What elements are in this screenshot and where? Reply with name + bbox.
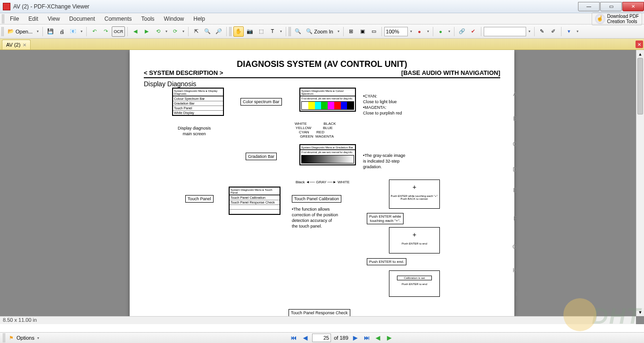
title-bar: AV (2) - PDF-XChange Viewer — ▭ ✕ [0, 0, 644, 13]
search-field[interactable] [484, 27, 526, 36]
link-button[interactable]: 🔗 [457, 26, 467, 37]
color-menu-box: System Diagnostic Menu ▸ Colour Spectrum… [299, 88, 356, 112]
open-dropdown[interactable]: ▾ [35, 29, 40, 33]
doc-h3: Display Diagnosis [144, 80, 500, 88]
doc-right-sub: [BASE AUDIO WITH NAVIGATION] [401, 69, 500, 76]
menu-edit[interactable]: Edit [24, 14, 43, 24]
index-letter: I [515, 290, 517, 297]
gradation-bar [301, 155, 354, 163]
pdf-page: DIAGNOSIS SYSTEM (AV CONTROL UNIT) < SYS… [130, 50, 514, 324]
horizontal-scrollbar[interactable]: 8.50 x 11.00 in [0, 316, 636, 324]
cal-box-2: + Push ENTER to end [389, 227, 440, 253]
color-desc: •CYAN: Close to light blue •MAGENTA: Clo… [363, 93, 402, 116]
page-size-label: 8.50 x 11.00 in [3, 317, 37, 323]
redo-button[interactable]: ↷ [100, 26, 111, 37]
options-dropdown[interactable]: ▾ [37, 336, 39, 340]
toolbar: 📂 Open... ▾ 💾 🖨 📧 ▾ ↶ ↷ OCR ◀ ▶ ⟲ ▾ ⟳ ▾ … [0, 24, 644, 39]
first-page-button[interactable]: ⏮ [289, 334, 298, 342]
main-menu-caption: Display diagnosis main screen [178, 125, 211, 137]
tab-close-icon[interactable]: ✕ [23, 42, 26, 48]
page-number-input[interactable] [312, 334, 331, 342]
minimize-button[interactable]: — [578, 2, 600, 11]
doc-title: DIAGNOSIS SYSTEM (AV CONTROL UNIT) [144, 59, 500, 69]
index-letter: B [513, 115, 517, 122]
tab-label: AV (2) [6, 42, 20, 48]
vertical-scrollbar[interactable]: ▲ ▼ [636, 50, 644, 316]
save-button[interactable]: 💾 [45, 26, 56, 37]
maximize-button[interactable]: ▭ [600, 2, 622, 11]
index-letter: A [513, 90, 517, 98]
check-button[interactable]: ✔ [468, 26, 479, 37]
calib-desc: •The function allows correction of the p… [292, 206, 338, 229]
print-button[interactable]: 🖨 [57, 26, 67, 37]
touch-menu-box: System Diagnostic Menu ▸ Touch Panel Tou… [229, 187, 281, 215]
zoom-out-button[interactable]: 🔍 [293, 26, 303, 37]
document-viewport[interactable]: DIAGNOSIS SYSTEM (AV CONTROL UNIT) < SYS… [0, 50, 644, 324]
rotate-cw-button[interactable]: ⟳ [170, 26, 180, 37]
index-letter: C [513, 140, 517, 147]
scroll-thumb[interactable] [637, 58, 643, 114]
main-menu-box: System Diagnostic Menu ▸ Display Diagnos… [172, 88, 224, 116]
nav-fwd-button[interactable]: ▶ [385, 334, 394, 342]
fit-page-button[interactable]: ▣ [357, 26, 368, 37]
menu-help[interactable]: Help [189, 14, 210, 24]
gradation-menu-box: System Diagnostic Menu ▸ Gradation Bar I… [299, 144, 356, 165]
hand-tool-button[interactable]: ✋ [233, 26, 244, 37]
index-letter: G [512, 243, 517, 250]
actual-size-button[interactable]: ⊞ [346, 26, 356, 37]
diagram: A B C D E F G H I J System Diagnostic Me… [144, 88, 500, 324]
menu-file[interactable]: File [5, 14, 24, 24]
select-text-button[interactable]: Ꭲ [267, 26, 278, 37]
ocr-button[interactable]: OCR [112, 26, 125, 37]
index-letter: E [513, 187, 517, 194]
index-letter: D [513, 166, 517, 173]
gradation-label: Gradation Bar [246, 153, 277, 160]
find-button[interactable]: 🔍 [202, 26, 213, 37]
zoom-minus-button[interactable]: ● [414, 26, 425, 37]
document-tab[interactable]: AV (2) ✕ [2, 40, 31, 49]
menu-tools[interactable]: Tools [137, 14, 159, 24]
prev-view-button[interactable]: ◀ [130, 26, 140, 37]
email-button[interactable]: 📧 [68, 26, 78, 37]
flag-icon: ⚑ [9, 335, 14, 341]
promo-button[interactable]: ☝ Download PDFCreation Tools [592, 12, 642, 25]
zoom-in-button[interactable]: 🔍 Zoom In [304, 26, 335, 37]
zoom-input[interactable] [384, 27, 408, 36]
highlight-button[interactable]: ✎ [537, 26, 547, 37]
zoom-plus-button[interactable]: ● [436, 26, 446, 37]
touch-panel-label: Touch Panel [185, 195, 214, 203]
options-button[interactable]: Options [17, 335, 34, 341]
fit-width-button[interactable]: ▭ [369, 26, 379, 37]
next-page-button[interactable]: ▶ [351, 334, 360, 342]
last-page-button[interactable]: ⏭ [363, 334, 371, 342]
prev-page-button[interactable]: ◀ [301, 334, 309, 342]
doc-left-sub: < SYSTEM DESCRIPTION > [144, 69, 223, 76]
menu-window[interactable]: Window [159, 14, 189, 24]
undo-button[interactable]: ↶ [89, 26, 99, 37]
menu-view[interactable]: View [43, 14, 65, 24]
grad-desc: •The gray-scale image is indicated 32-st… [363, 153, 405, 170]
strikeout-button[interactable]: ✐ [548, 26, 559, 37]
grip [2, 14, 4, 24]
close-button[interactable]: ✕ [622, 2, 644, 11]
close-all-tabs-button[interactable]: ✕ [636, 41, 643, 48]
stamp-button[interactable]: ▾ [564, 26, 574, 37]
cal-step2-label: Push ENTER to end. [367, 258, 406, 265]
open-button[interactable]: 📂 Open... [6, 26, 34, 37]
response-check-label: Touch Panel Response Check [289, 309, 350, 317]
email-dropdown[interactable]: ▾ [79, 29, 84, 33]
nav-back-button[interactable]: ◀ [374, 334, 382, 342]
next-view-button[interactable]: ▶ [141, 26, 152, 37]
export-button[interactable]: ⇱ [191, 26, 201, 37]
rotate-ccw-button[interactable]: ⟲ [153, 26, 163, 37]
menu-document[interactable]: Document [65, 14, 100, 24]
watermark: DHT [563, 291, 641, 329]
select-button[interactable]: ⬚ [256, 26, 266, 37]
search-button[interactable]: 🔎 [214, 26, 224, 37]
menu-comments[interactable]: Comments [100, 14, 137, 24]
snapshot-button[interactable]: 📷 [245, 26, 255, 37]
grip [229, 27, 231, 36]
window-title: AV (2) - PDF-XChange Viewer [13, 3, 578, 10]
scroll-up-icon[interactable]: ▲ [636, 50, 644, 58]
grip [3, 333, 5, 343]
